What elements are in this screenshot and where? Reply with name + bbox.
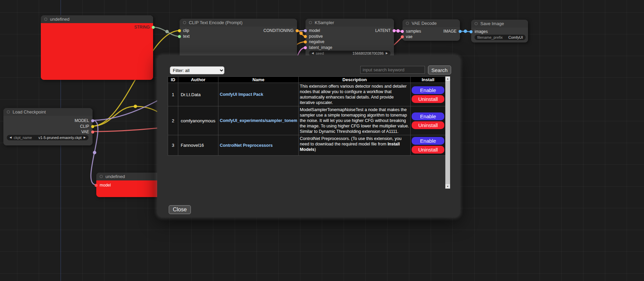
node-title: VAE Decode bbox=[412, 21, 436, 26]
images-input-slot[interactable] bbox=[469, 30, 473, 33]
uninstall-button[interactable]: Uninstall bbox=[412, 95, 444, 103]
slot-label: latent_image bbox=[309, 45, 332, 50]
decrement-arrow-icon[interactable]: ◀ bbox=[312, 52, 314, 55]
model-output-slot[interactable] bbox=[91, 119, 94, 122]
node-title: Load Checkpoint bbox=[13, 109, 46, 115]
widget-value: 156680208700286 bbox=[352, 51, 384, 55]
uninstall-button[interactable]: Uninstall bbox=[412, 146, 444, 154]
table-row: 1 Dr.Lt.Data ComfyUI Impact Pack This ex… bbox=[168, 83, 446, 106]
ext-author: Dr.Lt.Data bbox=[178, 83, 218, 106]
widget-value: v1-5-pruned-emaonly.ckpt bbox=[38, 136, 82, 140]
widget-label: ckpt_name bbox=[14, 136, 32, 140]
ext-name-link[interactable]: ComfyUI_experiments/sampler_tonemap bbox=[220, 118, 297, 123]
positive-input-slot[interactable] bbox=[304, 35, 307, 38]
node-undefined-top[interactable]: undefined STRING bbox=[41, 15, 153, 80]
scroll-down-icon[interactable]: ▼ bbox=[445, 184, 450, 189]
ext-id: 1 bbox=[168, 83, 178, 106]
node-header[interactable]: undefined bbox=[41, 15, 153, 23]
slot-label: IMAGE bbox=[443, 29, 457, 34]
node-load-checkpoint[interactable]: Load Checkpoint MODEL CLIP VAE ◀ ckpt_na… bbox=[3, 108, 93, 145]
ext-install-cell: Enable Uninstall bbox=[411, 83, 446, 106]
decrement-arrow-icon[interactable]: ◀ bbox=[10, 136, 12, 139]
slot-label: samples bbox=[406, 29, 421, 34]
node-collapse-icon[interactable] bbox=[406, 22, 409, 25]
ext-name-link[interactable]: ControlNet Preprocessors bbox=[220, 143, 297, 148]
node-collapse-icon[interactable] bbox=[7, 110, 10, 113]
table-row: 3 Fannovel16 ControlNet Preprocessors Co… bbox=[168, 135, 446, 156]
search-button[interactable]: Search bbox=[428, 66, 451, 74]
node-collapse-icon[interactable] bbox=[100, 175, 103, 178]
clip-output-slot[interactable] bbox=[91, 125, 94, 128]
ext-name-link[interactable]: ComfyUI Impact Pack bbox=[220, 92, 297, 97]
string-output-slot[interactable] bbox=[152, 26, 155, 29]
uninstall-button[interactable]: Uninstall bbox=[412, 121, 444, 129]
widget-value: ComfyUI bbox=[508, 35, 523, 39]
comfyui-workspace: undefined STRING CLIP Text Encode (Promp… bbox=[0, 0, 644, 281]
slot-label: model bbox=[309, 28, 320, 33]
node-title: CLIP Text Encode (Prompt) bbox=[189, 20, 243, 25]
enable-button[interactable]: Enable bbox=[412, 137, 444, 145]
increment-arrow-icon[interactable]: ▶ bbox=[84, 136, 86, 139]
node-collapse-icon[interactable] bbox=[44, 18, 47, 21]
ckpt-name-widget[interactable]: ◀ ckpt_name v1-5-pruned-emaonly.ckpt ▶ bbox=[7, 135, 88, 140]
latent-image-input-slot[interactable] bbox=[304, 46, 307, 49]
vae-output-slot[interactable] bbox=[91, 130, 94, 134]
node-title: KSampler bbox=[315, 20, 334, 25]
table-scrollbar[interactable]: ▲ ▼ bbox=[445, 76, 450, 189]
extension-manager-dialog: Filter: all Search ID Author Name Descri… bbox=[157, 55, 460, 217]
samples-input-slot[interactable] bbox=[401, 30, 404, 33]
node-collapse-icon[interactable] bbox=[183, 21, 186, 24]
model-input-slot[interactable] bbox=[95, 184, 98, 187]
text-input-slot[interactable] bbox=[178, 35, 181, 38]
slot-label: text bbox=[183, 34, 189, 39]
negative-input-slot[interactable] bbox=[304, 40, 307, 43]
header-author: Author bbox=[178, 77, 218, 83]
node-title: Save Image bbox=[480, 21, 504, 26]
filename-prefix-widget[interactable]: filename_prefix ComfyUI bbox=[475, 35, 526, 40]
image-output-slot[interactable] bbox=[459, 30, 462, 33]
filter-select[interactable]: Filter: all bbox=[170, 66, 225, 74]
node-vae-decode[interactable]: VAE Decode samples vae IMAGE bbox=[402, 19, 460, 41]
node-header[interactable]: Save Image bbox=[471, 20, 528, 28]
scroll-up-icon[interactable]: ▲ bbox=[445, 76, 450, 81]
ext-install-cell: Enable Uninstall bbox=[411, 135, 446, 156]
node-collapse-icon[interactable] bbox=[475, 22, 478, 25]
search-input[interactable] bbox=[360, 66, 425, 74]
slot-label: vae bbox=[406, 34, 412, 39]
extension-table: ID Author Name Description Install 1 Dr.… bbox=[168, 76, 446, 156]
slot-label: model bbox=[100, 183, 111, 188]
node-save-image[interactable]: Save Image images filename_prefix ComfyU… bbox=[471, 20, 528, 42]
widget-label: filename_prefix bbox=[477, 35, 503, 39]
clip-input-slot[interactable] bbox=[178, 29, 181, 32]
model-input-slot[interactable] bbox=[304, 29, 307, 32]
ext-id: 2 bbox=[168, 106, 178, 135]
ext-author: comfyanonymous bbox=[178, 106, 218, 135]
node-header[interactable]: Load Checkpoint bbox=[3, 108, 93, 116]
widget-label: seed bbox=[316, 51, 324, 55]
node-header[interactable]: CLIP Text Encode (Prompt) bbox=[180, 19, 297, 27]
vae-input-slot[interactable] bbox=[401, 35, 404, 38]
ext-author: Fannovel16 bbox=[178, 135, 218, 156]
close-button[interactable]: Close bbox=[169, 205, 191, 214]
slot-label: images bbox=[475, 29, 488, 34]
node-body: samples vae IMAGE bbox=[402, 27, 460, 41]
header-install: Install bbox=[411, 77, 446, 83]
slot-label: CONDITIONING bbox=[263, 28, 294, 33]
header-id: ID bbox=[168, 77, 178, 83]
ext-id: 3 bbox=[168, 135, 178, 156]
increment-arrow-icon[interactable]: ▶ bbox=[386, 52, 388, 55]
node-collapse-icon[interactable] bbox=[309, 21, 312, 24]
header-name: Name bbox=[218, 77, 298, 83]
table-header-row: ID Author Name Description Install bbox=[168, 77, 446, 83]
node-header[interactable]: KSampler bbox=[306, 19, 394, 27]
node-header[interactable]: VAE Decode bbox=[402, 19, 460, 27]
slot-label: VAE bbox=[81, 129, 89, 134]
node-title: undefined bbox=[50, 17, 69, 22]
latent-output-slot[interactable] bbox=[393, 29, 396, 32]
conditioning-output-slot[interactable] bbox=[296, 29, 299, 32]
enable-button[interactable]: Enable bbox=[412, 112, 444, 120]
scrollbar-thumb[interactable] bbox=[445, 81, 450, 184]
enable-button[interactable]: Enable bbox=[412, 86, 444, 94]
slot-label: CLIP bbox=[80, 124, 89, 129]
ext-description: ControlNet Preprocessors. (To use this e… bbox=[299, 135, 411, 156]
